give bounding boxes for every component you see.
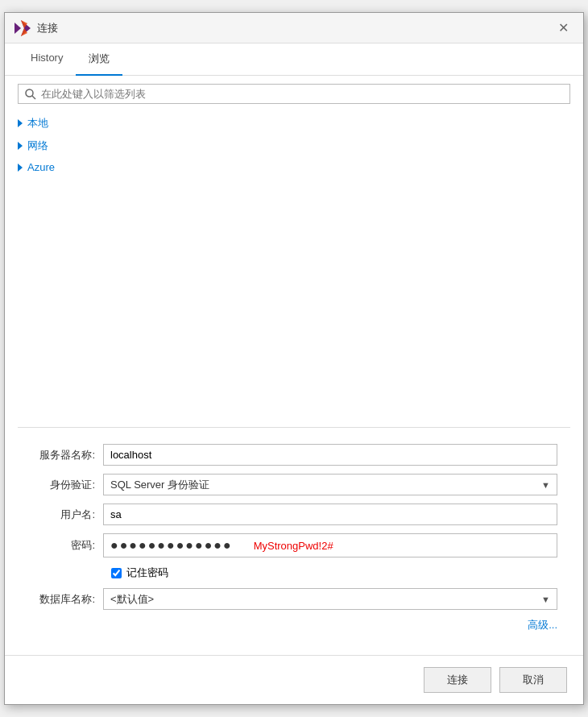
- button-row: 连接 取消: [5, 656, 583, 704]
- remember-password-label[interactable]: 记住密码: [126, 566, 168, 580]
- vs-logo-icon: [14, 20, 31, 36]
- database-label: 数据库名称:: [31, 592, 103, 607]
- auth-select-wrapper: SQL Server 身份验证 Windows 身份验证 Azure Activ…: [103, 474, 557, 495]
- section-divider: [18, 427, 570, 428]
- search-input[interactable]: [41, 88, 563, 100]
- password-field[interactable]: ●●●●●●●●●●●●● MyStrongPwd!2#: [103, 533, 557, 557]
- svg-line-5: [32, 96, 35, 99]
- remember-password-row: 记住密码: [31, 566, 557, 580]
- tree-item-azure[interactable]: Azure: [18, 157, 570, 177]
- database-row: 数据库名称: <默认值> master msdb model tempdb ▼: [31, 588, 557, 610]
- close-button[interactable]: ✕: [553, 20, 574, 36]
- connect-button[interactable]: 连接: [424, 667, 491, 693]
- chevron-right-icon: [18, 164, 23, 172]
- username-label: 用户名:: [31, 508, 103, 522]
- dialog: 连接 ✕ History 浏览 本地 网络: [4, 12, 584, 705]
- chevron-right-icon: [18, 119, 23, 127]
- browse-tree-area: 本地 网络 Azure: [18, 112, 570, 419]
- advanced-link[interactable]: 高级...: [528, 618, 557, 632]
- password-dots: ●●●●●●●●●●●●●: [110, 538, 233, 553]
- form-section: 服务器名称: 身份验证: SQL Server 身份验证 Windows 身份验…: [18, 436, 570, 640]
- auth-label: 身份验证:: [31, 478, 103, 492]
- db-select-wrapper: <默认值> master msdb model tempdb ▼: [103, 588, 557, 610]
- tree-item-network[interactable]: 网络: [18, 135, 570, 157]
- tab-browse[interactable]: 浏览: [76, 44, 122, 76]
- tree-item-azure-label: Azure: [27, 161, 55, 173]
- password-reveal-text: MyStrongPwd!2#: [254, 540, 333, 552]
- db-select[interactable]: <默认值> master msdb model tempdb: [104, 589, 557, 609]
- auth-select[interactable]: SQL Server 身份验证 Windows 身份验证 Azure Activ…: [104, 475, 557, 495]
- tabs-container: History 浏览: [5, 44, 583, 76]
- cancel-button[interactable]: 取消: [499, 667, 567, 693]
- tree-item-network-label: 网络: [27, 139, 48, 153]
- server-name-input[interactable]: [103, 444, 557, 466]
- username-input[interactable]: [103, 504, 557, 525]
- advanced-row: 高级...: [31, 618, 557, 632]
- browse-content-area: 本地 网络 Azure 服务器名称: 身份验: [5, 76, 583, 649]
- tree-list: 本地 网络 Azure: [18, 112, 570, 177]
- password-row: 密码: ●●●●●●●●●●●●● MyStrongPwd!2#: [31, 533, 557, 557]
- remember-password-checkbox[interactable]: [111, 568, 122, 578]
- title-bar: 连接 ✕: [5, 13, 583, 44]
- server-name-label: 服务器名称:: [31, 448, 103, 462]
- search-icon: [25, 89, 36, 100]
- server-name-row: 服务器名称:: [31, 444, 557, 466]
- search-box: [18, 84, 570, 104]
- svg-marker-0: [14, 23, 21, 34]
- tab-history[interactable]: History: [18, 44, 76, 76]
- username-row: 用户名:: [31, 504, 557, 525]
- title-bar-left: 连接: [14, 20, 58, 36]
- tree-item-local-label: 本地: [27, 116, 48, 131]
- chevron-right-icon: [18, 142, 23, 150]
- tree-item-local[interactable]: 本地: [18, 112, 570, 135]
- password-label: 密码:: [31, 538, 103, 553]
- svg-point-4: [26, 89, 33, 97]
- dialog-title: 连接: [37, 21, 58, 35]
- auth-row: 身份验证: SQL Server 身份验证 Windows 身份验证 Azure…: [31, 474, 557, 495]
